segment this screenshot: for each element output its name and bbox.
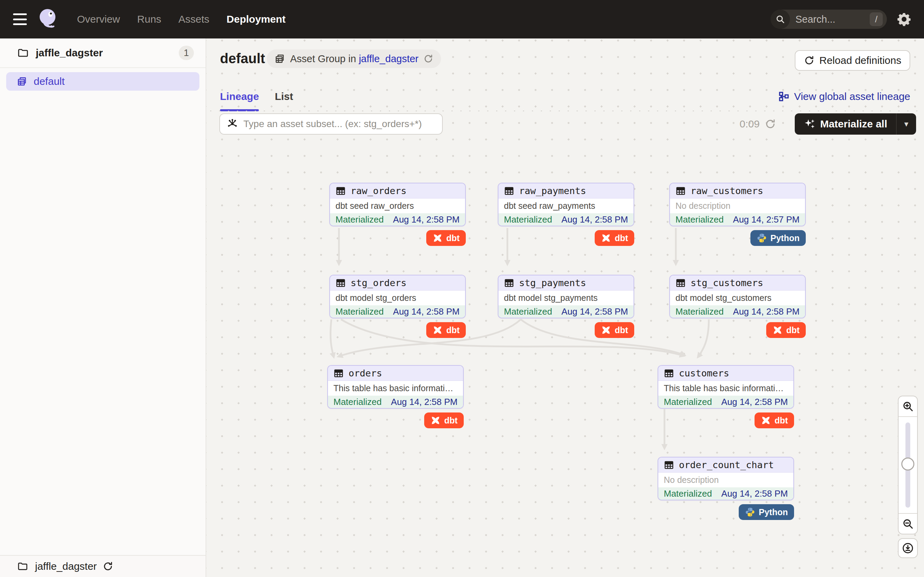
materialize-all-button[interactable]: Materialize all [795, 113, 896, 135]
asset-description: This table has basic information about .… [664, 383, 788, 393]
badge-label: dbt [615, 233, 628, 243]
materialized-timestamp[interactable]: Aug 14, 2:58 PM [561, 306, 628, 317]
compute-kind-badge[interactable]: Python [750, 230, 806, 246]
global-search-input[interactable]: Search... / [771, 10, 887, 29]
sidebar-item-default-group[interactable]: default [6, 72, 199, 91]
materialized-timestamp[interactable]: Aug 14, 2:58 PM [391, 397, 457, 407]
zoom-slider[interactable] [898, 416, 917, 514]
materialized-timestamp[interactable]: Aug 14, 2:58 PM [733, 306, 800, 317]
search-placeholder: Search... [795, 14, 870, 25]
asset-group-icon [16, 76, 27, 87]
asset-node-raw-orders[interactable]: raw_orders dbt seed raw_orders Materiali… [329, 183, 466, 226]
dagster-logo-icon[interactable] [36, 7, 60, 32]
asset-name: raw_payments [519, 185, 586, 196]
nav-item-deployment[interactable]: Deployment [226, 13, 286, 25]
table-icon [675, 278, 686, 288]
dotted-divider [206, 110, 924, 112]
refresh-icon[interactable] [423, 53, 433, 64]
settings-gear-icon[interactable] [897, 12, 912, 27]
status-label: Materialized [504, 214, 552, 225]
materialized-timestamp[interactable]: Aug 14, 2:58 PM [721, 488, 788, 499]
zoom-in-button[interactable] [898, 396, 917, 416]
hamburger-menu-icon[interactable] [13, 13, 27, 25]
status-label: Materialized [504, 306, 552, 317]
compute-kind-badge[interactable]: Python [739, 504, 794, 520]
asset-description: No description [675, 201, 730, 211]
compute-kind-badge[interactable]: dbt [426, 322, 466, 338]
nav-item-assets[interactable]: Assets [178, 13, 209, 25]
asset-name: customers [679, 368, 729, 379]
zoom-out-button[interactable] [898, 514, 917, 534]
asset-description: No description [664, 475, 719, 485]
repo-name: jaffle_dagster [36, 47, 103, 59]
nav-item-overview[interactable]: Overview [77, 13, 120, 25]
materialized-timestamp[interactable]: Aug 14, 2:58 PM [393, 214, 460, 225]
asset-name: raw_orders [351, 185, 407, 196]
dbt-logo-icon [433, 233, 443, 243]
reload-definitions-button[interactable]: Reload definitions [795, 50, 911, 71]
folder-icon [17, 47, 29, 59]
zoom-controls [898, 396, 918, 534]
dbt-logo-icon [601, 325, 611, 335]
refresh-icon [804, 55, 815, 66]
table-icon [504, 186, 514, 196]
tab-lineage[interactable]: Lineage [220, 91, 259, 111]
nav-item-runs[interactable]: Runs [137, 13, 161, 25]
refresh-icon[interactable] [764, 118, 776, 130]
asset-name: stg_payments [519, 277, 586, 288]
dbt-logo-icon [772, 325, 783, 335]
asset-description: dbt seed raw_payments [504, 201, 595, 211]
materialized-timestamp[interactable]: Aug 14, 2:58 PM [721, 397, 788, 407]
search-shortcut-key: / [870, 12, 883, 26]
status-label: Materialized [336, 214, 384, 225]
download-icon [901, 542, 914, 554]
materialize-options-dropdown[interactable]: ▾ [896, 113, 916, 135]
compute-kind-badge[interactable]: dbt [754, 413, 794, 428]
sidebar-repo-jaffle-dagster[interactable]: jaffle_dagster 1 [0, 39, 205, 68]
materialized-timestamp[interactable]: Aug 14, 2:57 PM [733, 214, 800, 225]
asset-node-raw-payments[interactable]: raw_payments dbt seed raw_payments Mater… [498, 183, 634, 226]
lineage-graph-icon [778, 91, 789, 102]
asset-node-stg-customers[interactable]: stg_customers dbt model stg_customers Ma… [669, 275, 806, 318]
zoom-slider-handle[interactable] [901, 458, 914, 471]
view-global-asset-lineage-link[interactable]: View global asset lineage [778, 91, 910, 102]
compute-kind-badge[interactable]: dbt [766, 322, 806, 338]
compute-kind-badge[interactable]: dbt [595, 230, 634, 246]
asset-node-customers[interactable]: customers This table has basic informati… [657, 365, 794, 409]
repo-count-badge: 1 [179, 46, 194, 60]
asset-subset-filter[interactable] [219, 113, 443, 135]
status-label: Materialized [336, 306, 384, 317]
asset-description: dbt model stg_payments [504, 293, 598, 303]
tab-list[interactable]: List [275, 91, 293, 111]
dbt-logo-icon [430, 415, 441, 425]
asset-node-orders[interactable]: orders This table has basic information … [327, 365, 464, 409]
compute-kind-badge[interactable]: dbt [595, 322, 634, 338]
materialized-timestamp[interactable]: Aug 14, 2:58 PM [561, 214, 628, 225]
chevron-down-icon: ▾ [904, 119, 908, 129]
python-logo-icon [757, 233, 767, 243]
asset-node-raw-customers[interactable]: raw_customers No description Materialize… [669, 183, 806, 226]
table-icon [333, 368, 344, 379]
status-label: Materialized [675, 214, 724, 225]
asset-node-stg-payments[interactable]: stg_payments dbt model stg_payments Mate… [498, 275, 634, 318]
zoom-in-icon [902, 400, 914, 412]
badge-label: dbt [615, 325, 628, 335]
badge-label: dbt [774, 416, 788, 425]
download-image-button[interactable] [898, 538, 918, 558]
asset-description: This table has basic information about .… [333, 383, 457, 393]
asset-node-order-count-chart[interactable]: order_count_chart No description Materia… [657, 457, 794, 500]
compute-kind-badge[interactable]: dbt [426, 230, 466, 246]
table-icon [664, 460, 674, 470]
asset-description: dbt seed raw_orders [336, 201, 414, 211]
compute-kind-badge[interactable]: dbt [424, 413, 464, 428]
context-repo-link[interactable]: jaffle_dagster [359, 53, 419, 64]
refresh-icon[interactable] [102, 561, 113, 572]
status-label: Materialized [664, 488, 712, 499]
badge-label: Python [759, 507, 788, 517]
materialized-timestamp[interactable]: Aug 14, 2:58 PM [393, 306, 460, 317]
asset-subset-input[interactable] [243, 118, 436, 129]
asset-name: stg_orders [351, 277, 407, 288]
sidebar: jaffle_dagster 1 default jaffle_dagster [0, 39, 206, 577]
asset-node-stg-orders[interactable]: stg_orders dbt model stg_orders Material… [329, 275, 466, 318]
page-title: default [220, 51, 265, 66]
